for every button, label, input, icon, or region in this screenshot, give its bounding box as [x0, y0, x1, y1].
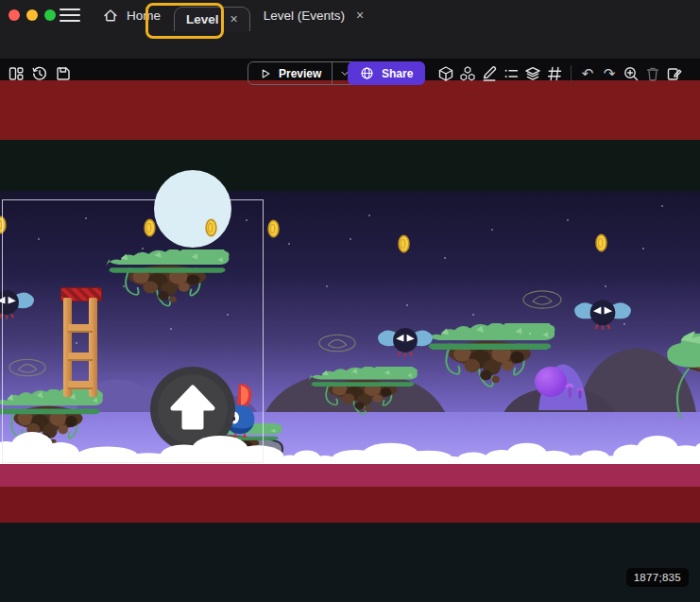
history-icon[interactable]: [31, 65, 48, 82]
cursor-coordinates-badge: 1877;835: [626, 568, 689, 587]
coin-sprite[interactable]: [205, 218, 217, 237]
redo-icon[interactable]: ↷: [601, 65, 618, 82]
tab-level-label: Level: [186, 12, 219, 26]
instances-list-icon[interactable]: [503, 65, 520, 82]
trash-icon[interactable]: [644, 65, 661, 82]
cloud-sprite[interactable]: [159, 435, 286, 467]
preview-button-label: Preview: [279, 67, 321, 80]
star-dot: [661, 205, 663, 207]
tab-level-events-label: Level (Events): [264, 9, 345, 23]
coin-sprite[interactable]: [0, 215, 7, 234]
share-button[interactable]: Share: [348, 61, 425, 85]
tab-level[interactable]: Level ×: [174, 7, 250, 31]
scene-editor-canvas[interactable]: [0, 59, 700, 602]
preview-button[interactable]: Preview: [248, 61, 358, 85]
undo-icon[interactable]: ↶: [579, 65, 596, 82]
star-dot: [227, 314, 229, 316]
tab-bar: Home Level × Level (Events) ×: [89, 0, 377, 30]
bat-sprite[interactable]: [0, 284, 36, 323]
tab-level-events[interactable]: Level (Events) ×: [250, 0, 377, 30]
star-dot: [170, 328, 172, 330]
minimize-window-button[interactable]: [26, 9, 38, 21]
ufo-sprite[interactable]: [8, 357, 47, 378]
ufo-sprite[interactable]: [521, 288, 563, 311]
star-dot: [246, 219, 248, 221]
footer-black-band: [0, 523, 700, 602]
main-menu-button[interactable]: [60, 9, 80, 22]
coin-sprite[interactable]: [595, 233, 607, 252]
close-tab-icon[interactable]: ×: [352, 8, 364, 23]
star-dot: [491, 229, 493, 231]
star-dot: [472, 314, 474, 316]
star-dot: [142, 248, 144, 249]
cube-3d-icon[interactable]: [437, 65, 454, 82]
bat-sprite[interactable]: [376, 321, 435, 361]
star-dot: [605, 285, 606, 287]
star-dot: [38, 238, 40, 240]
moon-sprite[interactable]: [154, 170, 231, 248]
ground-red-band: [0, 487, 700, 523]
panels-icon[interactable]: [8, 65, 25, 82]
tab-home[interactable]: Home: [89, 0, 174, 30]
edit-properties-icon[interactable]: [666, 65, 683, 82]
pencil-icon[interactable]: [481, 65, 498, 82]
star-dot: [623, 323, 625, 325]
star-dot: [529, 333, 531, 335]
ufo-sprite[interactable]: [317, 333, 357, 353]
platform-sprite[interactable]: [305, 367, 420, 418]
play-icon: [259, 67, 272, 80]
star-dot: [567, 219, 569, 221]
star-dot: [642, 248, 644, 249]
zoom-in-icon[interactable]: [623, 65, 640, 82]
objects-group-icon[interactable]: [459, 65, 476, 82]
zoom-window-button[interactable]: [44, 9, 56, 21]
ladder-sprite[interactable]: [60, 287, 100, 397]
titlebar: Home Level × Level (Events) ×: [0, 0, 700, 30]
toolbar-separator: [571, 65, 572, 82]
share-button-label: Share: [382, 67, 413, 80]
close-tab-icon[interactable]: ×: [227, 11, 238, 26]
star-dot: [76, 342, 77, 344]
coin-sprite[interactable]: [267, 219, 280, 238]
star-dot: [326, 285, 328, 287]
toolbar-left-group: [8, 65, 72, 82]
bat-sprite[interactable]: [572, 293, 633, 335]
app-window: { "window": { "traffic_lights": ["#ff5f5…: [0, 0, 700, 602]
close-window-button[interactable]: [9, 9, 20, 21]
mushrooms-sprite[interactable]: [561, 376, 588, 399]
star-dot: [350, 238, 351, 240]
star-dot: [288, 243, 290, 245]
platform-sprite[interactable]: [102, 249, 232, 310]
toolbar: Preview Share ↶ ↷: [0, 30, 700, 60]
layers-icon[interactable]: [524, 65, 541, 82]
star-dot: [123, 285, 125, 287]
platform-tall-sprite[interactable]: [658, 329, 700, 423]
star-dot: [85, 217, 87, 219]
star-dot: [368, 215, 370, 216]
traffic-lights: [9, 9, 56, 21]
save-icon[interactable]: [55, 65, 72, 82]
grid-icon[interactable]: [546, 65, 563, 82]
ground-pink-band: [0, 464, 700, 487]
star-dot: [444, 257, 446, 259]
star-dot: [406, 304, 408, 306]
platform-sprite[interactable]: [421, 323, 558, 391]
home-icon: [102, 7, 119, 24]
coin-sprite[interactable]: [398, 234, 410, 253]
toolbar-right-group: ↶ ↷: [437, 65, 683, 82]
globe-icon: [360, 66, 374, 80]
coin-sprite[interactable]: [144, 218, 156, 237]
tab-home-label: Home: [127, 9, 161, 23]
